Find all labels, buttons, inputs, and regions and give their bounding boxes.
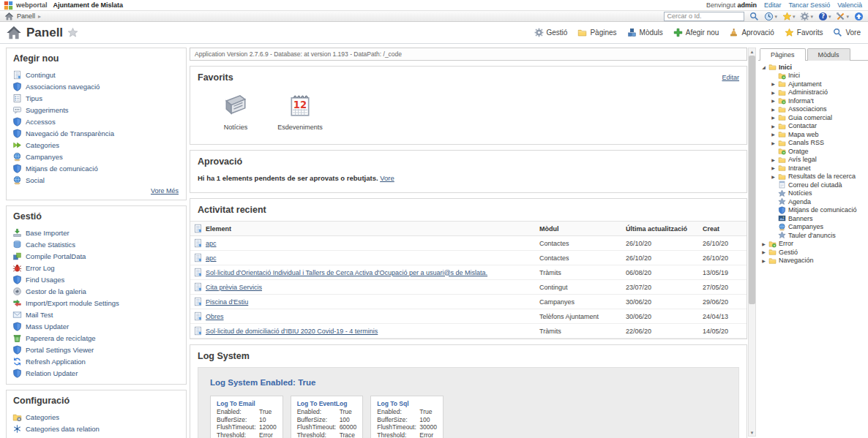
activity-element-link[interactable]: Piscina d'Estiu: [206, 298, 248, 306]
tree-item[interactable]: ▶ Canals RSS: [760, 139, 867, 148]
sidebar-item[interactable]: Gestor de la galeria: [12, 285, 180, 297]
quickbar-button[interactable]: ▾: [854, 12, 864, 21]
quickbar-button[interactable]: ▾: [836, 12, 849, 21]
toolbar-button[interactable]: Afegir nou: [673, 28, 719, 37]
sidebar-item[interactable]: Mitjans de comunicació: [12, 162, 180, 174]
tree-item[interactable]: ▶ Ajuntament: [760, 80, 867, 88]
tree-item[interactable]: ▶ Navegación: [760, 257, 867, 265]
tree-item[interactable]: Notícies: [760, 189, 867, 198]
sidebar-item[interactable]: Relation Updater: [12, 367, 180, 379]
activity-element-link[interactable]: apc: [206, 254, 217, 262]
activity-element-link[interactable]: Sol·licitud d'Orientació Individual i Ta…: [206, 269, 487, 276]
activity-element-link[interactable]: apc: [206, 240, 217, 247]
sidebar-item[interactable]: Associacions navegació: [12, 80, 180, 92]
tree-expander-icon[interactable]: ▶: [771, 140, 776, 146]
tree-item[interactable]: ▶ Mapa web: [760, 130, 867, 139]
sidebar-item[interactable]: Base Importer: [12, 227, 180, 238]
tree-expander-icon[interactable]: ▶: [771, 98, 776, 103]
more-link[interactable]: Vore Més: [12, 186, 180, 195]
activity-element-link[interactable]: Obres: [206, 313, 224, 320]
tree-expander-icon[interactable]: ▶: [761, 249, 766, 254]
approval-view-link[interactable]: Vore: [380, 174, 394, 182]
toolbar-button[interactable]: Gestió: [534, 28, 568, 37]
logout-link[interactable]: Tancar Sessió: [789, 1, 831, 9]
tree-expander-icon[interactable]: ▶: [761, 258, 766, 263]
tree-expander-icon[interactable]: ▶: [761, 241, 766, 246]
sidebar-item[interactable]: Categories: [12, 411, 180, 423]
edit-link[interactable]: Editar: [764, 1, 782, 9]
sidebar-item[interactable]: Contingut: [12, 69, 180, 80]
tree-item[interactable]: Inici: [760, 72, 867, 80]
activity-element-link[interactable]: Sol·licitud de domiciliació d'IBIU 2020 …: [206, 328, 378, 335]
favorite-item[interactable]: Notícies: [209, 93, 262, 131]
tree-item[interactable]: Banners: [760, 214, 867, 223]
tree-item[interactable]: Agenda: [760, 197, 867, 206]
quickbar-button[interactable]: ▾: [764, 12, 777, 21]
sidebar-item[interactable]: Import/Export module Settings: [12, 297, 180, 309]
sidebar-item[interactable]: Cache Statistics: [12, 238, 180, 250]
breadcrumb-item[interactable]: Panell: [17, 12, 35, 20]
tree-expander-icon[interactable]: ▶: [771, 132, 776, 137]
favorites-edit-link[interactable]: Editar: [722, 74, 739, 81]
sidebar-item[interactable]: Portal Settings Viewer: [12, 344, 180, 355]
tree-item[interactable]: Correu del ciutadà: [760, 181, 867, 189]
tree-item[interactable]: ▶ Avís legal: [760, 156, 867, 165]
tree-item[interactable]: ▶ Resultats de la recerca: [760, 173, 867, 181]
tree-expander-icon[interactable]: ▶: [771, 157, 776, 162]
tree-expander-icon[interactable]: ▶: [771, 115, 776, 120]
toolbar-button[interactable]: Mòduls: [627, 28, 663, 37]
sidebar-item[interactable]: Suggeriments: [12, 104, 180, 116]
tree-item[interactable]: Mitjans de comunicació: [760, 206, 867, 215]
tree-item[interactable]: Campanyes: [760, 223, 867, 232]
tree-item[interactable]: ◢ Inici: [760, 63, 867, 72]
sidebar-item[interactable]: Campanyes: [12, 151, 180, 162]
quickbar-button[interactable]: ▾: [800, 12, 813, 21]
tree-expander-icon[interactable]: ◢: [761, 64, 766, 69]
main-scrollbar[interactable]: ▲ ▼: [748, 48, 756, 437]
toolbar-button[interactable]: Vore: [833, 28, 861, 37]
toolbar-button[interactable]: Favorits: [785, 28, 823, 37]
home-icon[interactable]: [4, 12, 14, 21]
sidebar-item[interactable]: Compile PortalData: [12, 250, 180, 262]
tree-item[interactable]: ▶ Associacions: [760, 105, 867, 114]
tree-expander-icon[interactable]: ▶: [771, 165, 776, 170]
toolbar-button[interactable]: Pàgines: [577, 28, 616, 37]
quickbar-button[interactable]: ? ▾: [818, 12, 831, 21]
sidebar-item[interactable]: Categories: [12, 139, 180, 151]
sidebar-item[interactable]: Categories data relation: [12, 423, 180, 434]
favorite-item[interactable]: 12 Esdeveniments: [274, 93, 326, 131]
tree-item[interactable]: ▶ Intranet: [760, 164, 867, 173]
scroll-up-arrow[interactable]: ▲: [749, 48, 755, 55]
sidebar-item[interactable]: Accessos: [12, 116, 180, 127]
language-link[interactable]: Valencià: [837, 1, 862, 9]
activity-element-link[interactable]: Cita prèvia Servicis: [206, 284, 262, 291]
search-input[interactable]: [664, 12, 744, 21]
sidebar-item[interactable]: Find Usages: [12, 273, 180, 285]
tree-expander-icon[interactable]: ▶: [771, 81, 776, 86]
tab-pagines[interactable]: Pàgines: [760, 48, 806, 61]
tree-item[interactable]: ▶ Informa't: [760, 97, 867, 105]
star-dim-icon[interactable]: [67, 27, 78, 38]
tree-expander-icon[interactable]: ▶: [771, 124, 776, 129]
tree-expander-icon[interactable]: ▶: [771, 90, 776, 95]
sidebar-item[interactable]: Refresh Application: [12, 355, 180, 367]
tree-item[interactable]: ▶ Administració: [760, 88, 867, 97]
sidebar-item[interactable]: Mass Updater: [12, 320, 180, 332]
sidebar-item[interactable]: Navegació de Transparència: [12, 127, 180, 139]
scroll-down-arrow[interactable]: ▼: [749, 429, 755, 436]
quickbar-button[interactable]: ▾: [749, 12, 759, 21]
tree-item[interactable]: ▶ Contactar: [760, 122, 867, 131]
tree-expander-icon[interactable]: ▶: [771, 174, 776, 179]
tree-item[interactable]: ▶ Error: [760, 240, 867, 249]
tree-item[interactable]: ▶ Guia comercial: [760, 113, 867, 122]
quickbar-button[interactable]: ▾: [782, 12, 796, 21]
sidebar-item[interactable]: Error Log: [12, 262, 180, 273]
sidebar-item[interactable]: Social: [12, 174, 180, 186]
sidebar-item[interactable]: Tipus: [12, 92, 180, 104]
tree-item[interactable]: Oratge: [760, 147, 867, 156]
tab-moduls[interactable]: Mòduls: [807, 48, 850, 61]
tree-item[interactable]: ▶ Gestió: [760, 248, 867, 257]
tree-expander-icon[interactable]: ▶: [771, 107, 776, 112]
sidebar-item[interactable]: Paperera de reciclatge: [12, 332, 180, 344]
scrollbar-thumb[interactable]: [749, 56, 755, 304]
